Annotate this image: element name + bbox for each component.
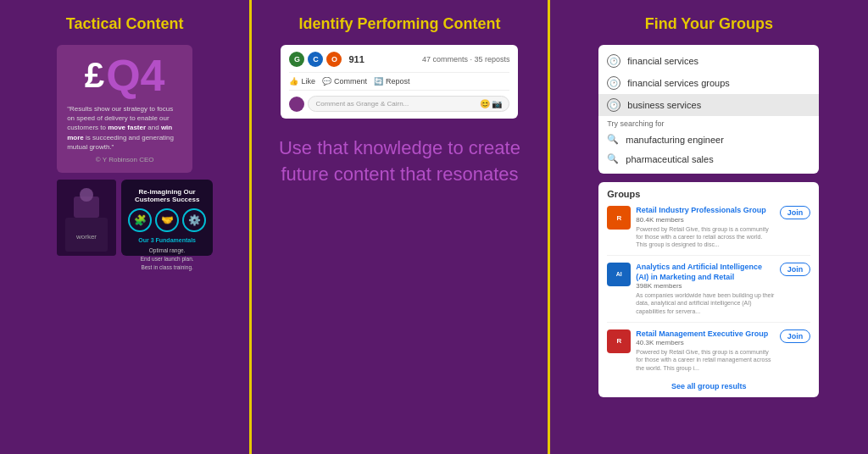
svg-point-2 (80, 188, 93, 202)
search-text-1: financial services (627, 56, 698, 66)
groups-card-title: Groups (607, 189, 810, 199)
management-desc: Powered by Retail Give, this group is a … (636, 348, 774, 371)
clock-icon-3: 🕐 (607, 98, 620, 112)
retail-info: Retail Industry Professionals Group 80.4… (636, 206, 774, 248)
group-item-ai: AI Analytics and Artificial Intelligence… (607, 263, 810, 323)
groups-title-header: Find Your Groups (645, 15, 773, 33)
brand-icon-c: C (308, 52, 323, 67)
identify-subtitle: Use that knowledge to createfuture conte… (279, 136, 520, 188)
try-searching-label: Try searching for (598, 116, 819, 130)
management-logo: R (607, 329, 631, 353)
identify-content-column: Identify Performing Content G C O 911 47… (252, 0, 549, 454)
retail-desc: Powered by Retail Give, this group is a … (636, 225, 774, 248)
groups-card: Groups R Retail Industry Professionals G… (598, 182, 819, 397)
comment-placeholder: Comment as Grange & Cairn... (315, 100, 409, 108)
tactical-content-column: Tactical Content £ Q4 "Results show our … (0, 0, 252, 454)
repost-icon: 🔄 (374, 77, 383, 86)
thumbs-up-icon: 👍 (289, 77, 298, 86)
ai-members: 398K members (636, 282, 774, 290)
q4-card: £ Q4 "Results show our strategy to focus… (57, 45, 192, 173)
reimagine-title: Re-imagining Our Customers Success (128, 188, 206, 203)
social-post-card: G C O 911 47 comments · 35 reposts 👍 Lik… (281, 45, 518, 119)
suggestion-pharma[interactable]: 🔍 pharmaceutical sales (598, 149, 819, 169)
tactical-cards: £ Q4 "Results show our strategy to focus… (10, 45, 239, 256)
search-item-financial[interactable]: 🕐 financial services (598, 50, 819, 72)
post-header: G C O 911 47 comments · 35 reposts (289, 52, 509, 67)
suggestion-text-2: pharmaceutical sales (626, 154, 713, 164)
ai-info: Analytics and Artificial Intelligence (A… (636, 263, 774, 315)
search-item-financial-groups[interactable]: 🕐 financial services groups (598, 72, 819, 94)
management-info: Retail Management Executive Group 40.3K … (636, 329, 774, 372)
search-dropdown: 🕐 financial services 🕐 financial service… (598, 45, 819, 174)
search-text-3: business services (627, 100, 701, 110)
comment-label: Comment (334, 77, 367, 86)
identify-title: Identify Performing Content (298, 15, 500, 33)
quote-text: "Results show our strategy to focus on s… (67, 104, 182, 164)
fundamentals-card: Re-imagining Our Customers Success 🧩 🤝 ⚙… (121, 180, 213, 256)
worker-image: worker (57, 180, 116, 256)
clock-icon-1: 🕐 (607, 54, 620, 68)
ai-desc: As companies worldwide have been buildin… (636, 291, 774, 314)
retail-members: 80.4K members (636, 216, 774, 224)
retail-join-button[interactable]: Join (780, 206, 811, 219)
repost-label: Repost (386, 77, 410, 86)
ai-logo: AI (607, 263, 631, 286)
search-text-2: financial services groups (627, 78, 729, 88)
group-item-retail: R Retail Industry Professionals Group 80… (607, 206, 810, 256)
like-button[interactable]: 👍 Like (289, 77, 315, 86)
search-q-icon-2: 🔍 (607, 153, 619, 164)
clock-icon-2: 🕐 (607, 76, 620, 90)
suggestion-text-1: manufacturing engineer (626, 135, 724, 145)
brand-icon-g: G (289, 52, 304, 67)
post-brand-icons: G C O 911 (289, 52, 364, 67)
post-actions: 👍 Like 💬 Comment 🔄 Repost (289, 72, 509, 91)
comment-row: Comment as Grange & Cairn... 😊 📷 (289, 96, 509, 112)
management-name: Retail Management Executive Group (636, 329, 774, 340)
q4-text: Q4 (106, 53, 164, 97)
ai-name: Analytics and Artificial Intelligence (A… (636, 263, 774, 282)
management-join-button[interactable]: Join (780, 329, 811, 343)
management-members: 40.3K members (636, 339, 774, 346)
comment-icon: 💬 (322, 77, 331, 86)
search-item-business[interactable]: 🕐 business services (598, 94, 819, 116)
tactical-title: Tactical Content (66, 15, 184, 33)
suggestion-manufacturing[interactable]: 🔍 manufacturing engineer (598, 130, 819, 149)
like-label: Like (301, 77, 315, 86)
repost-button[interactable]: 🔄 Repost (374, 77, 410, 86)
find-groups-column: Find Your Groups 🕐 financial services 🕐 … (550, 0, 868, 454)
comment-button[interactable]: 💬 Comment (322, 77, 367, 86)
post-stats: 47 comments · 35 reposts (422, 55, 510, 64)
pound-symbol: £ (85, 58, 104, 93)
gear-icon: ⚙️ (182, 208, 206, 232)
fundamentals-text: Optimal range.End user launch plan.Best … (141, 246, 194, 271)
svg-text:worker: worker (75, 233, 97, 241)
fundamentals-icons: 🧩 🤝 ⚙️ (128, 208, 206, 232)
see-all-link[interactable]: See all group results (607, 382, 810, 390)
groups-content: 🕐 financial services 🕐 financial service… (560, 45, 858, 397)
post-number: 911 (348, 54, 364, 64)
retail-logo: R (607, 206, 631, 230)
image-row: worker Re-imagining Our Customers Succes… (57, 180, 192, 256)
puzzle-icon: 🧩 (128, 208, 152, 232)
comment-input[interactable]: Comment as Grange & Cairn... 😊 📷 (308, 96, 509, 112)
search-q-icon-1: 🔍 (607, 134, 619, 145)
identify-content: G C O 911 47 comments · 35 reposts 👍 Lik… (262, 45, 537, 188)
brand-icon-o: O (326, 52, 342, 67)
handshake-icon: 🤝 (155, 208, 179, 232)
author-text: © Y Robinson CEO (67, 155, 182, 164)
fundamentals-title: Our 3 Fundamentals (138, 237, 196, 243)
ai-join-button[interactable]: Join (780, 263, 811, 276)
group-item-management: R Retail Management Executive Group 40.3… (607, 329, 810, 379)
user-avatar (289, 97, 304, 112)
retail-name: Retail Industry Professionals Group (636, 206, 774, 216)
